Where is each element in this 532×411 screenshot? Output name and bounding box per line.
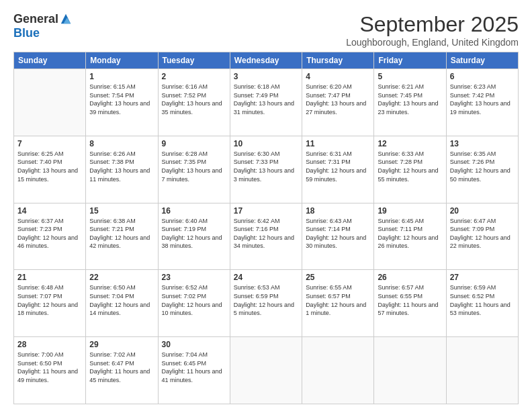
table-row: 25Sunrise: 6:55 AM Sunset: 6:57 PM Dayli… [302,270,374,337]
table-row: 28Sunrise: 7:00 AM Sunset: 6:50 PM Dayli… [14,337,86,404]
table-row: 12Sunrise: 6:33 AM Sunset: 7:28 PM Dayli… [374,136,446,203]
page: General Blue September 2025 Loughborough… [0,0,532,411]
table-row: 2Sunrise: 6:16 AM Sunset: 7:52 PM Daylig… [158,69,230,136]
day-number: 23 [162,273,226,282]
title-area: September 2025 Loughborough, England, Un… [346,12,519,48]
day-info: Sunrise: 6:20 AM Sunset: 7:47 PM Dayligh… [306,83,370,116]
table-row: 5Sunrise: 6:21 AM Sunset: 7:45 PM Daylig… [374,69,446,136]
day-info: Sunrise: 6:28 AM Sunset: 7:35 PM Dayligh… [162,150,226,183]
day-info: Sunrise: 7:04 AM Sunset: 6:45 PM Dayligh… [162,351,226,384]
day-info: Sunrise: 6:38 AM Sunset: 7:21 PM Dayligh… [89,217,154,250]
header: General Blue September 2025 Loughborough… [13,12,519,48]
day-number: 2 [162,72,226,81]
day-info: Sunrise: 6:43 AM Sunset: 7:14 PM Dayligh… [306,217,370,250]
day-info: Sunrise: 6:30 AM Sunset: 7:33 PM Dayligh… [234,150,298,183]
day-info: Sunrise: 6:33 AM Sunset: 7:28 PM Dayligh… [378,150,442,183]
day-number: 5 [378,72,442,81]
col-wednesday: Wednesday [230,52,302,69]
day-number: 9 [162,139,226,148]
day-number: 30 [162,340,226,349]
day-number: 29 [89,340,154,349]
day-info: Sunrise: 6:53 AM Sunset: 6:59 PM Dayligh… [234,283,298,317]
day-info: Sunrise: 6:48 AM Sunset: 7:07 PM Dayligh… [17,283,82,317]
calendar-week-row: 1Sunrise: 6:15 AM Sunset: 7:54 PM Daylig… [14,69,519,136]
table-row: 14Sunrise: 6:37 AM Sunset: 7:23 PM Dayli… [14,203,86,270]
table-row [14,69,86,136]
day-info: Sunrise: 6:25 AM Sunset: 7:40 PM Dayligh… [17,150,82,183]
table-row [374,337,446,404]
day-number: 4 [306,72,370,81]
day-info: Sunrise: 6:57 AM Sunset: 6:55 PM Dayligh… [378,283,442,317]
col-sunday: Sunday [14,52,86,69]
month-title: September 2025 [346,12,519,37]
day-info: Sunrise: 6:45 AM Sunset: 7:11 PM Dayligh… [378,217,442,250]
day-info: Sunrise: 6:35 AM Sunset: 7:26 PM Dayligh… [450,150,515,183]
table-row: 4Sunrise: 6:20 AM Sunset: 7:47 PM Daylig… [302,69,374,136]
table-row: 13Sunrise: 6:35 AM Sunset: 7:26 PM Dayli… [446,136,518,203]
col-saturday: Saturday [446,52,518,69]
day-number: 22 [89,273,154,282]
table-row: 10Sunrise: 6:30 AM Sunset: 7:33 PM Dayli… [230,136,302,203]
day-info: Sunrise: 6:40 AM Sunset: 7:19 PM Dayligh… [162,217,226,250]
table-row: 6Sunrise: 6:23 AM Sunset: 7:42 PM Daylig… [446,69,518,136]
table-row: 19Sunrise: 6:45 AM Sunset: 7:11 PM Dayli… [374,203,446,270]
day-number: 21 [17,273,82,282]
day-number: 3 [234,72,298,81]
day-number: 17 [234,206,298,216]
col-tuesday: Tuesday [158,52,230,69]
calendar-table: Sunday Monday Tuesday Wednesday Thursday… [13,52,519,404]
table-row: 9Sunrise: 6:28 AM Sunset: 7:35 PM Daylig… [158,136,230,203]
day-info: Sunrise: 6:26 AM Sunset: 7:38 PM Dayligh… [89,150,154,183]
table-row: 22Sunrise: 6:50 AM Sunset: 7:04 PM Dayli… [86,270,158,337]
day-info: Sunrise: 6:31 AM Sunset: 7:31 PM Dayligh… [306,150,370,183]
table-row: 7Sunrise: 6:25 AM Sunset: 7:40 PM Daylig… [14,136,86,203]
table-row: 26Sunrise: 6:57 AM Sunset: 6:55 PM Dayli… [374,270,446,337]
table-row: 27Sunrise: 6:59 AM Sunset: 6:52 PM Dayli… [446,270,518,337]
table-row: 30Sunrise: 7:04 AM Sunset: 6:45 PM Dayli… [158,337,230,404]
day-number: 7 [17,139,82,148]
day-info: Sunrise: 6:16 AM Sunset: 7:52 PM Dayligh… [162,83,226,116]
day-number: 16 [162,206,226,216]
day-info: Sunrise: 7:02 AM Sunset: 6:47 PM Dayligh… [89,351,154,384]
calendar-header-row: Sunday Monday Tuesday Wednesday Thursday… [14,52,519,69]
day-info: Sunrise: 6:15 AM Sunset: 7:54 PM Dayligh… [89,83,154,116]
logo-blue-text: Blue [13,26,40,40]
day-number: 18 [306,206,370,216]
col-thursday: Thursday [302,52,374,69]
day-number: 10 [234,139,298,148]
day-number: 8 [89,139,154,148]
day-info: Sunrise: 6:59 AM Sunset: 6:52 PM Dayligh… [450,283,515,317]
table-row: 21Sunrise: 6:48 AM Sunset: 7:07 PM Dayli… [14,270,86,337]
calendar-week-row: 7Sunrise: 6:25 AM Sunset: 7:40 PM Daylig… [14,136,519,203]
day-number: 25 [306,273,370,282]
table-row: 11Sunrise: 6:31 AM Sunset: 7:31 PM Dayli… [302,136,374,203]
day-info: Sunrise: 6:55 AM Sunset: 6:57 PM Dayligh… [306,283,370,317]
day-number: 20 [450,206,515,216]
day-info: Sunrise: 6:37 AM Sunset: 7:23 PM Dayligh… [17,217,82,250]
table-row: 8Sunrise: 6:26 AM Sunset: 7:38 PM Daylig… [86,136,158,203]
table-row [230,337,302,404]
logo-general-text: General [13,12,58,26]
day-number: 11 [306,139,370,148]
logo-icon [60,13,72,25]
day-number: 6 [450,72,515,81]
day-number: 1 [89,72,154,81]
day-number: 14 [17,206,82,216]
table-row: 23Sunrise: 6:52 AM Sunset: 7:02 PM Dayli… [158,270,230,337]
day-number: 15 [89,206,154,216]
day-number: 28 [17,340,82,349]
day-number: 24 [234,273,298,282]
day-info: Sunrise: 6:42 AM Sunset: 7:16 PM Dayligh… [234,217,298,250]
col-friday: Friday [374,52,446,69]
calendar-week-row: 28Sunrise: 7:00 AM Sunset: 6:50 PM Dayli… [14,337,519,404]
day-info: Sunrise: 6:23 AM Sunset: 7:42 PM Dayligh… [450,83,515,116]
table-row: 20Sunrise: 6:47 AM Sunset: 7:09 PM Dayli… [446,203,518,270]
day-number: 13 [450,139,515,148]
calendar-week-row: 21Sunrise: 6:48 AM Sunset: 7:07 PM Dayli… [14,270,519,337]
table-row [302,337,374,404]
day-number: 26 [378,273,442,282]
table-row: 15Sunrise: 6:38 AM Sunset: 7:21 PM Dayli… [86,203,158,270]
table-row: 3Sunrise: 6:18 AM Sunset: 7:49 PM Daylig… [230,69,302,136]
logo: General Blue [13,12,72,40]
day-info: Sunrise: 7:00 AM Sunset: 6:50 PM Dayligh… [17,351,82,384]
